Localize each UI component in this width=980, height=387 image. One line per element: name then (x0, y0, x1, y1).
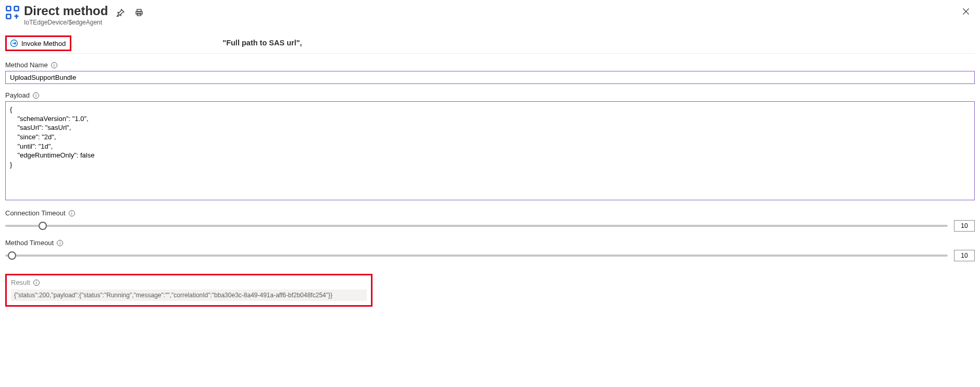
payload-label: Payload (5, 91, 30, 99)
connection-timeout-slider[interactable] (5, 221, 948, 231)
connection-timeout-value[interactable] (954, 220, 975, 232)
svg-rect-1 (15, 6, 19, 10)
info-icon[interactable]: i (33, 280, 40, 286)
method-timeout-slider[interactable] (5, 250, 948, 261)
blade-header: Direct method IoTEdgeDevice/$edgeAgent (5, 4, 975, 26)
connection-timeout-field: Connection Timeout i (5, 209, 975, 232)
info-icon[interactable]: i (57, 240, 63, 246)
result-label: Result (11, 279, 30, 286)
info-icon[interactable]: i (69, 210, 75, 216)
devices-icon (5, 4, 24, 21)
info-icon[interactable]: i (33, 92, 39, 99)
method-name-input[interactable] (5, 71, 975, 84)
method-timeout-label: Method Timeout (5, 239, 54, 247)
invoke-method-label: Invoke Method (21, 40, 66, 47)
svg-rect-2 (6, 15, 10, 19)
stray-snippet-text: "Full path to SAS url", (222, 39, 302, 47)
close-button[interactable] (958, 6, 974, 18)
svg-rect-0 (6, 6, 10, 10)
result-output: {"status":200,"payload":{"status":"Runni… (11, 289, 367, 301)
page-title: Direct method (24, 4, 108, 18)
pin-button[interactable] (115, 7, 126, 19)
payload-input[interactable] (5, 101, 975, 200)
connection-timeout-label: Connection Timeout (5, 209, 66, 217)
method-timeout-field: Method Timeout i (5, 239, 975, 261)
info-icon[interactable]: i (51, 62, 57, 68)
invoke-method-button[interactable]: Invoke Method (5, 35, 71, 51)
print-button[interactable] (134, 7, 144, 19)
method-timeout-value[interactable] (954, 250, 975, 261)
method-name-label: Method Name (5, 61, 48, 69)
breadcrumb: IoTEdgeDevice/$edgeAgent (24, 19, 108, 26)
command-bar: Invoke Method "Full path to SAS url", (5, 35, 975, 54)
result-region: Result i {"status":200,"payload":{"statu… (5, 274, 373, 307)
method-name-field: Method Name i (5, 61, 975, 84)
payload-field: Payload i (5, 91, 975, 202)
